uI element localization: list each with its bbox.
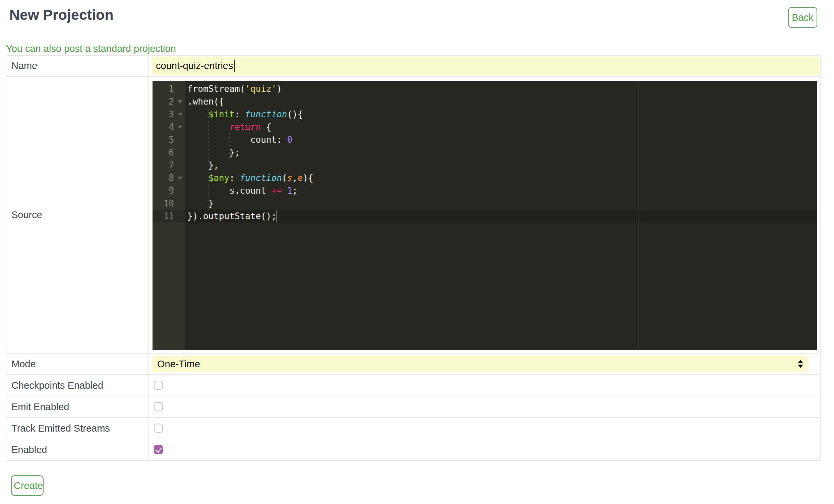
- page-title: New Projection: [9, 7, 114, 23]
- checkmark-icon: [156, 446, 162, 453]
- line-number: 10: [153, 197, 185, 210]
- line-number: 1: [153, 83, 185, 95]
- fold-marker-icon[interactable]: [178, 126, 182, 129]
- editor-code[interactable]: fromStream('quiz').when({ $init: functio…: [188, 83, 313, 222]
- mode-value-cell: One-Time: [149, 353, 820, 374]
- checkpoints-enabled-label: Checkpoints Enabled: [6, 375, 149, 396]
- line-number: 8: [153, 172, 185, 184]
- emit-enabled-cell: [149, 396, 820, 417]
- enabled-label: Enabled: [6, 439, 149, 460]
- code-line[interactable]: };: [188, 146, 313, 159]
- line-number: 4: [153, 120, 185, 133]
- create-button[interactable]: Create: [11, 475, 44, 496]
- line-number: 2: [153, 95, 185, 108]
- code-line[interactable]: $any: function(s,e){: [188, 172, 313, 184]
- name-input[interactable]: count-quiz-entries: [152, 57, 820, 75]
- enabled-checkbox[interactable]: [154, 445, 163, 454]
- line-number: 7: [153, 159, 185, 172]
- code-line[interactable]: count: 0: [188, 133, 313, 146]
- fold-marker-icon[interactable]: [178, 113, 182, 116]
- form-row-mode: Mode One-Time: [6, 353, 820, 375]
- fold-marker-icon[interactable]: [178, 177, 182, 180]
- code-line[interactable]: return {: [188, 120, 313, 133]
- track-emitted-streams-cell: [149, 418, 820, 439]
- form-row-track-emitted-streams: Track Emitted Streams: [6, 418, 820, 439]
- form-row-emit-enabled: Emit Enabled: [6, 396, 820, 418]
- mode-select-value: One-Time: [157, 358, 200, 370]
- code-line[interactable]: fromStream('quiz'): [188, 83, 313, 95]
- mode-select[interactable]: One-Time: [152, 355, 809, 372]
- code-line[interactable]: $init: function(){: [188, 108, 313, 120]
- emit-enabled-label: Emit Enabled: [6, 396, 149, 417]
- code-line[interactable]: },: [188, 159, 313, 172]
- code-line[interactable]: s.count += 1;: [188, 184, 313, 197]
- name-value-cell: count-quiz-entries: [149, 56, 820, 76]
- code-line[interactable]: .when({: [188, 95, 313, 108]
- new-projection-page: New Projection Back You can also post a …: [0, 0, 834, 504]
- form-row-source: Source 1234567891011 fromStream('quiz').…: [6, 77, 820, 353]
- code-editor[interactable]: 1234567891011 fromStream('quiz').when({ …: [153, 81, 817, 350]
- source-value-cell: 1234567891011 fromStream('quiz').when({ …: [149, 77, 820, 353]
- code-line[interactable]: }).outputState();: [188, 210, 313, 222]
- form-row-name: Name count-quiz-entries: [6, 56, 820, 77]
- select-arrows-icon: [798, 360, 803, 368]
- back-button[interactable]: Back: [788, 7, 817, 28]
- projection-form: Name count-quiz-entries Source 123456789…: [6, 55, 820, 461]
- source-label: Source: [6, 77, 149, 353]
- name-text-cursor: [234, 60, 235, 72]
- line-number: 9: [153, 184, 185, 197]
- name-label: Name: [6, 56, 149, 76]
- track-emitted-streams-label: Track Emitted Streams: [6, 418, 149, 439]
- checkpoints-enabled-checkbox[interactable]: [154, 381, 163, 390]
- editor-text-cursor: [277, 211, 277, 222]
- fold-marker-icon[interactable]: [178, 100, 182, 103]
- form-row-enabled: Enabled: [6, 439, 820, 460]
- line-number: 3: [153, 108, 185, 120]
- line-number: 5: [153, 133, 185, 146]
- emit-enabled-checkbox[interactable]: [154, 402, 163, 411]
- mode-label: Mode: [6, 353, 149, 374]
- name-input-value: count-quiz-entries: [156, 60, 233, 71]
- line-number: 6: [153, 146, 185, 159]
- print-margin-line: [639, 81, 639, 350]
- standard-projection-link[interactable]: You can also post a standard projection: [6, 43, 176, 54]
- code-line[interactable]: }: [188, 197, 313, 210]
- enabled-cell: [149, 439, 820, 460]
- track-emitted-streams-checkbox[interactable]: [154, 423, 163, 433]
- checkpoints-enabled-cell: [149, 375, 820, 396]
- form-row-checkpoints-enabled: Checkpoints Enabled: [6, 375, 820, 396]
